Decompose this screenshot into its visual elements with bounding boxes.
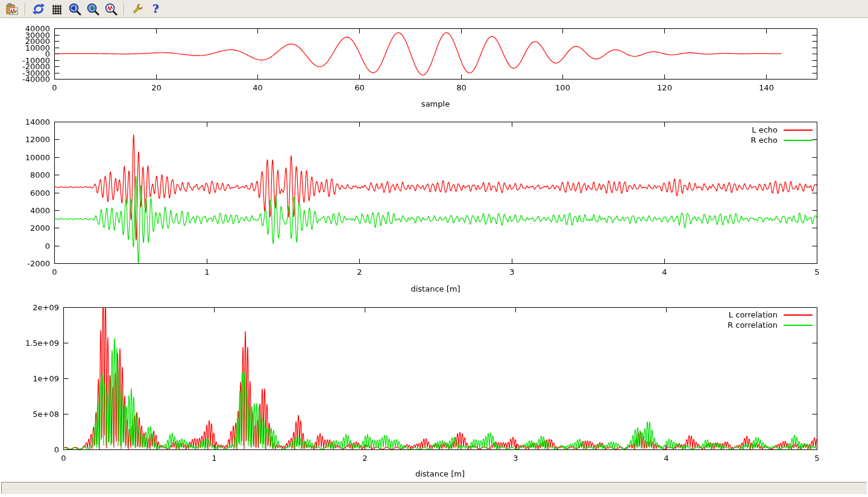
zoom-next-icon: [86, 2, 99, 16]
axis-title-sample: sample: [54, 99, 817, 108]
legend-label: R correlation: [728, 320, 778, 330]
toolbar: ?: [0, 0, 868, 18]
legend-label: R echo: [750, 136, 778, 145]
legend-line-sample: [784, 325, 813, 326]
legend-label: L echo: [752, 125, 778, 134]
legend-entry: L correlation: [729, 311, 813, 319]
config-icon: [131, 2, 144, 16]
legend-entry: R echo: [750, 136, 813, 144]
gnuplot-window: ? sample distance [m] distance [m] L ech…: [0, 0, 868, 497]
legend-line-sample: [784, 130, 813, 131]
autoscale-button[interactable]: [102, 1, 119, 17]
toolbar-separator: [25, 3, 26, 15]
copy-to-clipboard-icon: [5, 2, 19, 16]
axis-title-distance-echo: distance [m]: [54, 284, 817, 293]
config-button[interactable]: [129, 1, 146, 17]
legend-line-sample: [784, 140, 813, 141]
legend-line-sample: [784, 314, 813, 316]
help-button[interactable]: ?: [147, 1, 164, 17]
grid-toggle-button[interactable]: [48, 1, 65, 17]
copy-to-clipboard-button[interactable]: [4, 1, 20, 17]
correlation-legend: L correlation R correlation: [728, 311, 813, 329]
autoscale-icon: [104, 2, 118, 16]
status-bar: [1, 482, 867, 494]
echo-legend: L echo R echo: [750, 126, 813, 144]
zoom-next-button[interactable]: [84, 1, 101, 17]
grid-icon: [50, 2, 63, 16]
help-icon: ?: [153, 4, 159, 14]
replot-icon: [32, 2, 45, 16]
replot-button[interactable]: [30, 1, 47, 17]
legend-label: L correlation: [729, 310, 778, 319]
toolbar-separator: [124, 3, 125, 15]
zoom-previous-button[interactable]: [66, 1, 83, 17]
zoom-previous-icon: [68, 2, 81, 16]
legend-entry: R correlation: [728, 321, 813, 329]
legend-entry: L echo: [752, 126, 813, 134]
plot-canvas[interactable]: [0, 19, 868, 482]
axis-title-distance-correlation: distance [m]: [63, 469, 817, 478]
